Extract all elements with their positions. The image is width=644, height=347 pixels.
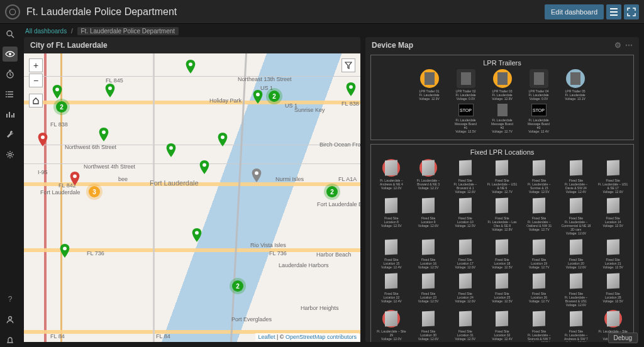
zoom-out-button[interactable]: −	[29, 74, 43, 87]
map-cluster[interactable]: 2	[326, 186, 338, 197]
fixed-lpr-device[interactable]: Fixed SiteFt. Lauderdale – Commercial & …	[560, 196, 593, 235]
svg-point-1	[7, 31, 12, 36]
map-cluster[interactable]: 2	[232, 280, 243, 292]
fixed-lpr-device[interactable]: Fixed SiteFt. Lauderdale – Las Olas & SE…	[486, 196, 519, 235]
svg-point-19	[256, 92, 260, 96]
trailer-device[interactable]: LPR Trailer 03Ft. LauderdaleVoltage: 12.…	[490, 69, 515, 101]
fixed-lpr-device[interactable]: Fixed SiteLocation 10Voltage: 12.5V	[448, 196, 482, 235]
fixed-lpr-section: Fixed LPR Locations Ft. Lauderdale – And…	[370, 144, 634, 342]
trailer-device[interactable]: LPR Trailer 01Ft. LauderdaleVoltage: 12.…	[417, 69, 442, 101]
fixed-lpr-device[interactable]: Fixed SiteFt. Lauderdale – US1 & SE 17Vo…	[596, 158, 630, 194]
leaflet-link[interactable]: Leaflet	[258, 334, 275, 340]
fixed-lpr-device[interactable]: Fixed SiteFt. Lauderdale – Andrews & SW …	[560, 309, 593, 342]
map-place-label: Birch Ocean Front	[319, 141, 360, 148]
map-place-label: Fort Lauderdale Beach	[317, 201, 360, 207]
fixed-lpr-device[interactable]: Fixed SiteLocation 18Voltage: 12.5V	[486, 238, 519, 269]
fixed-lpr-device[interactable]: Fixed SiteLocation 25Voltage: 12.5V	[486, 272, 519, 307]
fixed-lpr-device[interactable]: Fixed SiteLocation 26Voltage: 12.7V	[523, 272, 556, 307]
osm-link[interactable]: OpenStreetMap contributors	[286, 334, 357, 340]
nav-help-icon[interactable]: ?	[3, 292, 18, 307]
fixed-lpr-device[interactable]: Fixed SiteFt. Lauderdale – Davie & SW 24…	[560, 158, 593, 194]
map-pin[interactable]	[191, 228, 203, 242]
edit-dashboard-button[interactable]: Edit dashboard	[545, 4, 604, 19]
map-pin[interactable]	[345, 82, 357, 96]
nav-timer-icon[interactable]	[3, 67, 18, 82]
map-pin[interactable]	[98, 128, 109, 141]
fixed-lpr-device[interactable]: Fixed SiteLocation 19Voltage: 12.7V	[523, 238, 556, 269]
fixed-lpr-device[interactable]: Fixed SiteLocation 24Voltage: 12.6V	[448, 272, 482, 307]
map-pin[interactable]	[185, 60, 196, 74]
message-board-device[interactable]: STOPFt. Lauderdale Message Board #1Volta…	[453, 103, 479, 133]
fixed-lpr-device[interactable]: Fixed SiteLocation 28Voltage: 12.5V	[596, 272, 630, 307]
nav-notifications-icon[interactable]	[3, 332, 18, 347]
trailer-device[interactable]: LPR Trailer 02Ft. LauderdaleVoltage: 0.0…	[453, 69, 479, 101]
svg-point-15	[169, 146, 173, 150]
nav-list-icon[interactable]	[3, 87, 18, 102]
svg-point-11	[55, 87, 59, 91]
fixed-lpr-device[interactable]: Fixed SiteLocation 9Voltage: 12.6V	[412, 196, 445, 235]
svg-point-20	[349, 85, 353, 89]
map-place-label: Lauderdale Harbors	[279, 262, 329, 268]
svg-point-16	[203, 163, 206, 167]
fixed-lpr-device[interactable]: Fixed SiteLocation 32Voltage: 12.4V	[486, 309, 519, 342]
map-pin[interactable]	[199, 160, 210, 174]
map-pin[interactable]	[59, 244, 70, 258]
map-pin[interactable]	[165, 143, 177, 157]
nav-search-icon[interactable]	[3, 26, 18, 41]
fixed-lpr-device[interactable]: Fixed SiteLocation 20Voltage: 12.6V	[560, 238, 593, 269]
map-cluster[interactable]: 2	[56, 101, 67, 113]
panel-more-icon[interactable]: ⋯	[625, 41, 633, 50]
svg-point-4	[6, 91, 7, 92]
fixed-lpr-device[interactable]: Fixed SiteLocation 15Voltage: 12.4V	[375, 238, 408, 269]
fixed-lpr-device[interactable]: Ft. Lauderdale – Andrews & NE 4Voltage: …	[375, 158, 408, 194]
debug-button[interactable]: Debug	[608, 333, 638, 343]
svg-point-0	[9, 9, 15, 14]
trailer-device[interactable]: LPR Trailer 05Ft. LauderdaleVoltage: 13.…	[563, 69, 588, 101]
map-pin[interactable]	[37, 133, 48, 146]
map-pin[interactable]	[251, 168, 262, 182]
list-view-icon[interactable]	[606, 4, 621, 19]
fixed-lpr-device[interactable]: Fixed SiteFt. Lauderdale – Broward & US1…	[560, 272, 593, 307]
nav-charts-icon[interactable]	[3, 107, 18, 122]
fixed-lpr-device[interactable]: Ft. Lauderdale – Site 29Voltage: 12.0V	[375, 309, 408, 342]
fixed-lpr-device[interactable]: Fixed SiteLocation 8Voltage: 12.5V	[375, 196, 408, 235]
svg-point-5	[6, 94, 7, 95]
fixed-lpr-device[interactable]: Fixed SiteFt. Lauderdale – Broward & 1Vo…	[448, 158, 482, 194]
fixed-lpr-device[interactable]: Fixed SiteLocation 14Voltage: 12.5V	[596, 196, 630, 235]
fixed-lpr-device[interactable]: Fixed SiteLocation 23Voltage: 12.5V	[412, 272, 445, 307]
fixed-lpr-device[interactable]: Fixed SiteFt. Lauderdale – Oakland & NW …	[523, 196, 556, 235]
fixed-lpr-device[interactable]: Ft. Lauderdale – Broward & NE 3Voltage: …	[412, 158, 445, 194]
map-canvas[interactable]: Fort Lauderdale FL 845FL 838Northeast 13…	[24, 53, 360, 342]
map-pin[interactable]	[52, 85, 63, 99]
map-pin[interactable]	[69, 172, 80, 185]
fixed-lpr-device[interactable]: Fixed SiteLocation 16Voltage: 12.5V	[412, 238, 445, 269]
fixed-lpr-device[interactable]: Fixed SiteLocation 31Voltage: 12.5V	[448, 309, 482, 342]
nav-wrench-icon[interactable]	[3, 127, 18, 142]
zoom-in-button[interactable]: +	[29, 58, 43, 72]
nav-eye-icon[interactable]	[3, 47, 18, 62]
home-location-button[interactable]	[29, 94, 43, 107]
map-pin[interactable]	[252, 90, 264, 104]
message-board-device[interactable]: STOPFt. Lauderdale Message Board #3Volta…	[526, 103, 552, 133]
map-filter-button[interactable]	[341, 58, 355, 72]
map-place-label: FL 84	[50, 333, 65, 339]
fixed-lpr-device[interactable]: Fixed SiteFt. Lauderdale – Sunrise & 15V…	[523, 158, 556, 194]
fixed-lpr-device[interactable]: Fixed SiteLocation 22Voltage: 12.4V	[375, 272, 408, 307]
fixed-lpr-device[interactable]: Fixed SiteLocation 17Voltage: 12.6V	[448, 238, 482, 269]
map-place-label: FL A1A	[338, 176, 357, 182]
fixed-lpr-device[interactable]: Fixed SiteLocation 30Voltage: 12.6V	[412, 309, 445, 342]
nav-gear-icon[interactable]	[3, 147, 18, 162]
map-pin[interactable]	[217, 133, 228, 146]
message-board-device[interactable]: Ft. Lauderdale Message Board #2Voltage: …	[490, 103, 515, 133]
fixed-lpr-device[interactable]: Fixed SiteFt. Lauderdale – US1 & NE 6Vol…	[486, 158, 519, 194]
breadcrumb-all-link[interactable]: All dashboards	[25, 28, 67, 35]
fixed-lpr-device[interactable]: Fixed SiteLocation 21Voltage: 12.5V	[596, 238, 630, 269]
fixed-lpr-device[interactable]: Fixed SiteFt. Lauderdale – Sistrunk & NW…	[523, 309, 556, 342]
fullscreen-icon[interactable]	[624, 4, 639, 19]
map-pin[interactable]	[104, 84, 116, 97]
map-cluster[interactable]: 2	[269, 91, 280, 102]
map-cluster[interactable]: 3	[89, 186, 100, 197]
nav-user-icon[interactable]	[3, 312, 18, 327]
trailer-device[interactable]: LPR Trailer 04Ft. LauderdaleVoltage: 0.0…	[526, 69, 552, 101]
panel-settings-icon[interactable]: ⚙	[614, 41, 621, 50]
